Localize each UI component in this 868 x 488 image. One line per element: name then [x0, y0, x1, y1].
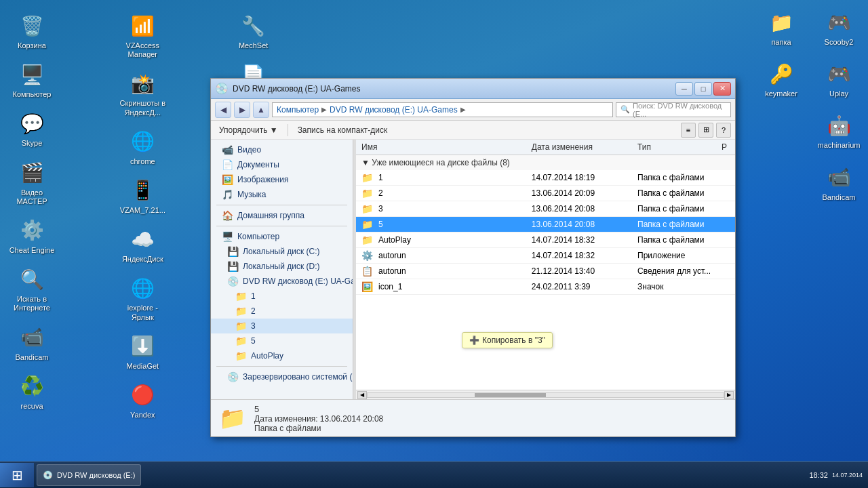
file-list: Имя Дата изменения Тип Р ▼ Уже имеющиеся… [356, 140, 735, 399]
desktop-icon-keymaker[interactable]: 🔑 keymaker [754, 56, 808, 102]
file-row[interactable]: ⚙️ autorun 14.07.2014 18:32 Приложение [356, 248, 735, 264]
search-box[interactable]: 🔍 Поиск: DVD RW дисковод (E... [616, 102, 731, 117]
title-bar-icon: 💿 [215, 82, 229, 95]
desktop-icon-computer[interactable]: 🖥️ Компьютер [5, 57, 59, 103]
desktop-icon-search[interactable]: 🔍 Искать в Интернете [5, 262, 59, 317]
copy-tooltip[interactable]: ➕ Копировать в "3" [462, 332, 553, 348]
minimize-button[interactable]: ─ [675, 82, 693, 96]
restore-button[interactable]: □ [694, 82, 712, 96]
taskbar-explorer-item[interactable]: 💿 DVD RW дисковод (E:) [37, 464, 141, 486]
desktop-icons-right: 🎮 Scooby2 🎮 Uplay 🤖 machinarium 📹 Bandic… [810, 3, 865, 207]
sidebar-item-video[interactable]: 📹 Видео [211, 142, 353, 157]
scroll-right-button[interactable]: ▶ [724, 391, 734, 399]
file-row[interactable]: 📁 5 13.06.2014 20:08 Папка с файлами [356, 217, 735, 232]
desktop-icon-bandicam[interactable]: 📹 Bandicam [5, 320, 59, 366]
desktop-icon-yandex[interactable]: 🔴 Yandex [115, 378, 170, 424]
sidebar-item-music[interactable]: 🎵 Музыка [211, 187, 353, 202]
col-name[interactable]: Имя [356, 140, 526, 155]
sidebar: 📹 Видео 📄 Документы 🖼️ Изображения 🎵 Муз… [211, 140, 353, 399]
file-row[interactable]: 📁 3 13.06.2014 20:08 Папка с файлами [356, 201, 735, 217]
view-list-button[interactable]: ≡ [681, 123, 696, 138]
mediaGet-icon: ⬇️ [129, 333, 156, 360]
desktop-icon-vzam[interactable]: 📱 VZAM_7.21... [115, 173, 170, 219]
view-details-button[interactable]: ⊞ [698, 123, 713, 138]
file-row[interactable]: 📁 2 13.06.2014 20:09 Папка с файлами [356, 186, 735, 201]
desktop-icon-video-master[interactable]: 🎬 Видео МАСТЕР [5, 155, 59, 210]
up-button[interactable]: ▲ [253, 102, 269, 118]
col-date[interactable]: Дата изменения [526, 140, 632, 155]
desktop-icon-mechset[interactable]: 🔧 MechSet [226, 8, 281, 54]
sidebar-item-folder-1[interactable]: 📁 1 [211, 289, 353, 304]
back-button[interactable]: ◀ [215, 102, 231, 118]
sidebar-item-documents[interactable]: 📄 Документы [211, 157, 353, 172]
desktop-icon-machinarium[interactable]: 🤖 machinarium [812, 108, 866, 154]
desktop-icon-bandicam-right[interactable]: 📹 Bandicam [812, 160, 866, 206]
file-type: Папка с файлами [632, 186, 716, 201]
music-sidebar-icon: 🎵 [222, 189, 233, 200]
file-row[interactable]: 🖼️ icon_1 24.02.2011 3:39 Значок [356, 279, 735, 295]
desktop-icon-korzina[interactable]: 🗑️ Корзина [5, 8, 59, 54]
folder-5-sidebar-icon: 📁 [235, 336, 247, 346]
file-size [716, 186, 735, 201]
file-type: Папка с файлами [632, 201, 716, 217]
address-path[interactable]: Компьютер ▶ DVD RW дисковод (E:) UA-Game… [272, 102, 613, 117]
file-name-cell: ⚙️ autorun [361, 250, 521, 261]
start-button[interactable]: ⊞ [0, 463, 34, 487]
toolbar-separator [288, 124, 288, 136]
burn-button[interactable]: Запись на компакт-диск [294, 124, 392, 136]
section-header[interactable]: ▼ Уже имеющиеся на диске файлы (8) [356, 155, 735, 171]
file-name: autorun [378, 266, 406, 276]
sidebar-item-folder-5[interactable]: 📁 5 [211, 333, 353, 348]
bandicam-right-label: Bandicam [823, 193, 856, 202]
file-name-cell: 📁 AutoPlay [361, 235, 521, 245]
desktop-icon-cheat-engine[interactable]: ⚙️ Cheat Engine [5, 213, 59, 259]
file-row[interactable]: 📁 AutoPlay 14.07.2014 18:32 Папка с файл… [356, 232, 735, 248]
desktop-icon-scooby2[interactable]: 🎮 Scooby2 [812, 5, 866, 51]
col-size[interactable]: Р [716, 140, 735, 155]
sidebar-item-folder-2[interactable]: 📁 2 [211, 304, 353, 319]
sidebar-item-autoplay[interactable]: 📁 AutoPlay [211, 348, 353, 363]
col-type[interactable]: Тип [632, 140, 716, 155]
sidebar-local-c-label: Локальный диск (C:) [243, 247, 320, 256]
close-button[interactable]: ✕ [713, 82, 731, 96]
file-row[interactable]: 📋 autorun 21.12.2014 13:40 Сведения для … [356, 264, 735, 279]
scroll-track[interactable] [367, 392, 724, 398]
scroll-left-button[interactable]: ◀ [357, 391, 367, 399]
sidebar-homegroup-label: Домашняя группа [237, 211, 304, 220]
horizontal-scrollbar[interactable]: ◀ ▶ [356, 390, 735, 399]
desktop-icon-yandex-disk[interactable]: ☁️ ЯндексДиск [115, 222, 170, 268]
sidebar-item-images[interactable]: 🖼️ Изображения [211, 172, 353, 187]
file-icon: 🖼️ [361, 281, 373, 292]
breadcrumb-computer[interactable]: Компьютер [277, 105, 319, 115]
file-date: 13.06.2014 20:08 [526, 201, 632, 217]
window-title: DVD RW дисковод (E:) UA-Games [233, 84, 675, 94]
file-row[interactable]: 📁 1 14.07.2014 18:19 Папка с файлами [356, 170, 735, 186]
desktop-icon-folder-right[interactable]: 📁 папка [754, 5, 808, 51]
desktop-icon-mediaGet[interactable]: ⬇️ MediaGet [115, 329, 170, 375]
desktop-icon-recuva[interactable]: ♻️ recuva [5, 369, 59, 415]
documents-sidebar-icon: 📄 [222, 159, 233, 170]
help-button[interactable]: ? [716, 123, 731, 138]
chrome-label: chrome [130, 157, 155, 166]
desktop-icon-skype[interactable]: 💬 Skype [5, 106, 59, 152]
desktop-icon-vzaccess[interactable]: 📶 VZAccess Manager [115, 8, 170, 63]
breadcrumb-drive[interactable]: DVD RW дисковод (E:) UA-Games [330, 105, 458, 115]
status-type: Папка с файлами [254, 424, 383, 433]
file-name: 5 [378, 220, 383, 229]
sidebar-item-folder-3[interactable]: 📁 3 [211, 319, 353, 333]
desktop-icon-iexplore[interactable]: 🌐 iexplore - Ярлык [115, 270, 170, 325]
sidebar-item-reserved[interactable]: 💿 Зарезервировано системой (С... [211, 369, 353, 384]
desktop-icon-uplay[interactable]: 🎮 Uplay [812, 56, 866, 102]
main-content: 📹 Видео 📄 Документы 🖼️ Изображения 🎵 Муз… [211, 140, 735, 399]
desktop-icon-scriny[interactable]: 📸 Скриншоты в ЯндексД... [115, 66, 170, 121]
sidebar-item-dvd[interactable]: 💿 DVD RW дисковод (E:) UA-Gan [211, 274, 353, 289]
sidebar-item-local-c[interactable]: 💾 Локальный диск (C:) [211, 244, 353, 259]
desktop-icon-chrome[interactable]: 🌐 chrome [115, 124, 170, 170]
file-name-cell: 📁 3 [361, 203, 521, 214]
forward-button[interactable]: ▶ [234, 102, 250, 118]
sidebar-item-homegroup[interactable]: 🏠 Домашняя группа [211, 208, 353, 223]
organize-button[interactable]: Упорядочить ▼ [215, 124, 282, 136]
sidebar-item-local-d[interactable]: 💾 Локальный диск (D:) [211, 259, 353, 274]
sidebar-divider-3 [216, 366, 347, 367]
sidebar-item-computer[interactable]: 🖥️ Компьютер [211, 229, 353, 244]
